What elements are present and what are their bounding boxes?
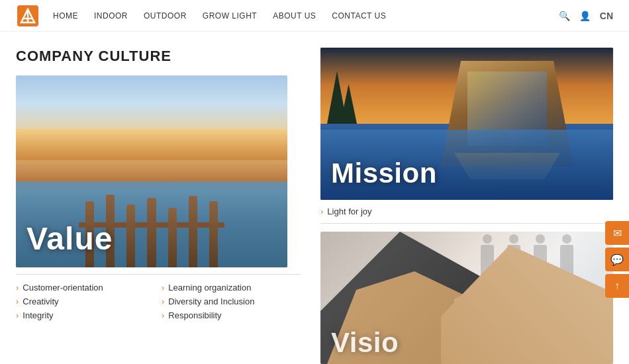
- nav-outdoor[interactable]: OUTDOOR: [144, 11, 187, 21]
- user-icon[interactable]: 👤: [579, 11, 591, 21]
- value-item-label: Integrity: [23, 310, 53, 320]
- list-item: › Creativity: [16, 296, 155, 306]
- nav-indoor[interactable]: INDOOR: [94, 11, 128, 21]
- page-title: COMPANY CULTURE: [16, 48, 301, 65]
- search-icon[interactable]: 🔍: [559, 11, 570, 21]
- arrow-icon: ›: [162, 296, 164, 306]
- divider: [16, 274, 301, 275]
- dock-post: [147, 198, 156, 267]
- nav-growlight[interactable]: GROW LIGHT: [203, 11, 257, 21]
- list-item: › Responsibility: [162, 310, 301, 320]
- header-icons: 🔍 👤 CN: [559, 11, 613, 21]
- right-column: Mission › Light for joy: [320, 48, 613, 364]
- dock-post: [126, 205, 135, 267]
- mission-text-item: › Light for joy: [320, 206, 613, 216]
- mission-label: Mission: [331, 158, 437, 189]
- vision-card: Visio: [320, 232, 613, 364]
- arrow-icon: ›: [16, 310, 19, 320]
- list-item: › Customer-orientation: [16, 283, 155, 293]
- main-nav: HOME INDOOR OUTDOOR GROW LIGHT ABOUT US …: [53, 11, 559, 21]
- dock-post: [168, 208, 177, 267]
- arrow-icon: ›: [16, 283, 19, 293]
- left-column: COMPANY CULTURE: [16, 48, 301, 364]
- arrow-icon: ›: [320, 206, 323, 216]
- logo[interactable]: [16, 4, 40, 28]
- email-float-button[interactable]: ✉: [605, 221, 629, 245]
- nav-home[interactable]: HOME: [53, 11, 78, 21]
- value-label: Value: [26, 220, 113, 257]
- dock-post: [189, 196, 197, 267]
- arrow-icon: ›: [162, 310, 164, 320]
- list-item: › Diversity and Inclusion: [162, 296, 301, 306]
- float-buttons: ✉ 💬 ↑: [605, 221, 629, 298]
- vision-label: Visio: [331, 327, 399, 359]
- mission-text-area: › Light for joy: [320, 200, 613, 224]
- nav-contactus[interactable]: CONTACT US: [332, 11, 386, 21]
- header: HOME INDOOR OUTDOOR GROW LIGHT ABOUT US …: [0, 0, 629, 32]
- nav-aboutus[interactable]: ABOUT US: [273, 11, 316, 21]
- value-item-label: Customer-orientation: [23, 283, 103, 293]
- top-float-button[interactable]: ↑: [605, 274, 629, 298]
- value-item-label: Creativity: [23, 296, 58, 306]
- value-item-label: Responsibility: [168, 310, 221, 320]
- language-button[interactable]: CN: [600, 11, 613, 21]
- main-content: COMPANY CULTURE: [0, 32, 629, 364]
- value-list: › Customer-orientation › Learning organi…: [16, 283, 301, 320]
- arrow-icon: ›: [16, 296, 19, 306]
- value-image: Value: [16, 75, 287, 267]
- chat-float-button[interactable]: 💬: [605, 248, 629, 271]
- dock-post: [209, 201, 218, 267]
- mission-text: Light for joy: [327, 206, 371, 216]
- value-item-label: Diversity and Inclusion: [168, 296, 254, 306]
- arrow-icon: ›: [162, 283, 164, 293]
- list-item: › Integrity: [16, 310, 155, 320]
- list-item: › Learning organization: [162, 283, 301, 293]
- mission-card: Mission: [320, 48, 613, 200]
- value-item-label: Learning organization: [168, 283, 251, 293]
